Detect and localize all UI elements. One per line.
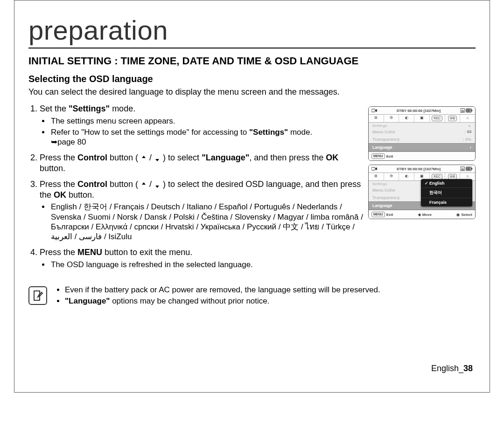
step3-mid1: button ( xyxy=(107,180,140,189)
step2-mid2: ) to select xyxy=(161,153,202,162)
step-3: Press the Control button ( / ) to select… xyxy=(40,179,364,242)
osd1-body: Settings▲ Menu Color : Transparency : 0%… xyxy=(369,123,475,152)
manual-page: preparation INITIAL SETTING : TIME ZONE,… xyxy=(14,0,490,393)
step2-mid1: button ( xyxy=(107,153,140,162)
osd1-heading-text: Settings xyxy=(372,124,387,128)
osd1-iconbar: ⊞ ⚙ ◐ ▣ REC WB ☼ xyxy=(369,115,475,123)
step4-suffix: button to exit the menu. xyxy=(102,248,192,257)
step3-bold1: Control xyxy=(77,180,107,189)
step1-bold: "Settings" xyxy=(69,104,110,113)
chapter-title: preparation xyxy=(28,14,476,48)
content-row: Set the "Settings" mode. The settings me… xyxy=(28,104,476,275)
osd1-status: STBY 00:00:00 [1027Min] xyxy=(397,109,441,113)
step1-bullets: The settings menu screen appears. Refer … xyxy=(40,116,364,147)
osd2-bottom: MENU Exit ◆ Move ◉ Select xyxy=(369,210,475,219)
popup-o2-text: 한국어 xyxy=(429,190,442,195)
section-title: INITIAL SETTING : TIME ZONE, DATE AND TI… xyxy=(28,55,476,67)
osd1-heading: Settings▲ xyxy=(369,123,475,128)
card-battery-icon: IN xyxy=(460,108,472,113)
step1-b2: Refer to "How to set the settings mode" … xyxy=(50,127,364,147)
step1-b1: The settings menu screen appears. xyxy=(50,116,364,126)
osd2-move-label: Move xyxy=(422,213,432,217)
step4-b1: The OSD language is refreshed in the sel… xyxy=(50,260,364,269)
step1-suffix: mode. xyxy=(110,104,135,113)
light-icon: ☼ xyxy=(460,115,475,122)
step2-bold1: Control xyxy=(77,153,107,162)
svg-rect-0 xyxy=(371,109,375,112)
svg-text:IN: IN xyxy=(461,168,464,171)
osd1-r3-label: Language xyxy=(372,145,392,150)
step1-b2-bold: "Settings" xyxy=(249,128,288,137)
brightness-icon: ◐ xyxy=(399,115,414,122)
step3-langs: English / 한국어 / Français / Deutsch / Ita… xyxy=(50,202,364,242)
osd1-r1-value: : xyxy=(464,130,471,134)
popup-item-english: ✓English xyxy=(421,179,472,188)
svg-rect-5 xyxy=(468,109,469,112)
osd-screen-2: STBY 00:00:00 [1027Min] IN ⊞ ⚙ ◐ ▣ REC W… xyxy=(368,165,476,219)
page-sep: _ xyxy=(459,364,463,373)
step-4: Press the MENU button to exit the menu. … xyxy=(40,247,364,269)
osd1-exit-label: Exit xyxy=(386,154,393,159)
step-1: Set the "Settings" mode. The settings me… xyxy=(40,104,364,147)
gear-icon: ⚙ xyxy=(384,173,399,180)
step3-suffix: button. xyxy=(66,190,94,200)
svg-rect-13 xyxy=(468,167,469,170)
svg-text:IN: IN xyxy=(461,110,464,112)
osd1-row-transparency: Transparency : 0% xyxy=(369,136,475,143)
color-swatch-icon xyxy=(467,131,471,133)
page-lang: English xyxy=(431,364,459,373)
osd2-exit-label: Exit xyxy=(386,213,393,217)
osd1-row-menucolor: Menu Color : xyxy=(369,128,475,136)
step2-suffix: button. xyxy=(40,164,65,173)
note-icon xyxy=(28,286,47,305)
steps-list: Set the "Settings" mode. The settings me… xyxy=(28,104,364,269)
step1-prefix: Set the xyxy=(40,104,69,113)
note-list: Even if the battery pack or AC power are… xyxy=(56,285,380,308)
step3-bullets: English / 한국어 / Français / Deutsch / Ita… xyxy=(40,202,364,242)
move-diamond-icon: ◆ xyxy=(418,213,421,217)
note-2-bold: "Language" xyxy=(65,297,110,305)
popup-item-french: Français xyxy=(421,198,472,207)
select-dot-icon: ◉ xyxy=(456,213,460,217)
step2-prefix: Press the xyxy=(40,153,77,162)
step2-mid3: , and then press the xyxy=(249,153,326,162)
camcorder-icon xyxy=(371,108,377,113)
step1-b2-prefix: Refer to "How to set the settings mode" … xyxy=(51,128,249,137)
note-2-rest: options may be changed without prior not… xyxy=(110,297,269,305)
up-down-arrows-icon: / xyxy=(140,153,161,162)
card-battery-icon: IN xyxy=(460,166,472,171)
osd2-r2-label: Transparency xyxy=(372,195,400,200)
subsection-title: Selecting the OSD language xyxy=(28,74,476,84)
figures-column: STBY 00:00:00 [1027Min] IN ⊞ ⚙ ◐ ▣ REC W… xyxy=(368,104,476,219)
osd2-status: STBY 00:00:00 [1027Min] xyxy=(397,167,441,171)
osd2-heading-text: Settings xyxy=(372,182,387,186)
rec-icon: REC xyxy=(430,115,445,122)
step3-bold2: OK xyxy=(54,190,66,200)
svg-rect-6 xyxy=(469,109,470,112)
up-down-arrows-icon: / xyxy=(140,180,161,189)
menu-chip: MENU xyxy=(371,212,385,217)
popup-item-korean: 한국어 xyxy=(421,188,472,198)
grid-icon: ⊞ xyxy=(369,173,384,180)
step4-bold: MENU xyxy=(77,248,102,257)
picture-icon: ▣ xyxy=(414,115,430,122)
menu-chip: MENU xyxy=(371,153,385,159)
osd2-r3-label: Language xyxy=(372,203,392,208)
osd1-r2-value: : 0% xyxy=(462,137,471,142)
svg-rect-14 xyxy=(469,167,470,170)
osd1-row-language: Language › xyxy=(369,143,475,152)
gear-icon: ⚙ xyxy=(384,115,399,122)
svg-rect-15 xyxy=(471,168,472,170)
osd1-r2-label: Transparency xyxy=(372,137,400,142)
note-1: Even if the battery pack or AC power are… xyxy=(65,285,380,295)
note-2: "Language" options may be changed withou… xyxy=(65,297,380,306)
popup-o1-text: English xyxy=(429,181,445,186)
language-popup: ✓English 한국어 Français xyxy=(421,179,472,207)
osd1-top: STBY 00:00:00 [1027Min] IN xyxy=(369,107,475,115)
brightness-icon: ◐ xyxy=(399,173,414,180)
osd1-r1-label: Menu Color xyxy=(372,130,396,134)
text-column: Set the "Settings" mode. The settings me… xyxy=(28,104,368,275)
step1-b2-suffix: mode. xyxy=(288,128,312,137)
note-row: Even if the battery pack or AC power are… xyxy=(28,285,476,308)
svg-rect-12 xyxy=(467,167,468,170)
